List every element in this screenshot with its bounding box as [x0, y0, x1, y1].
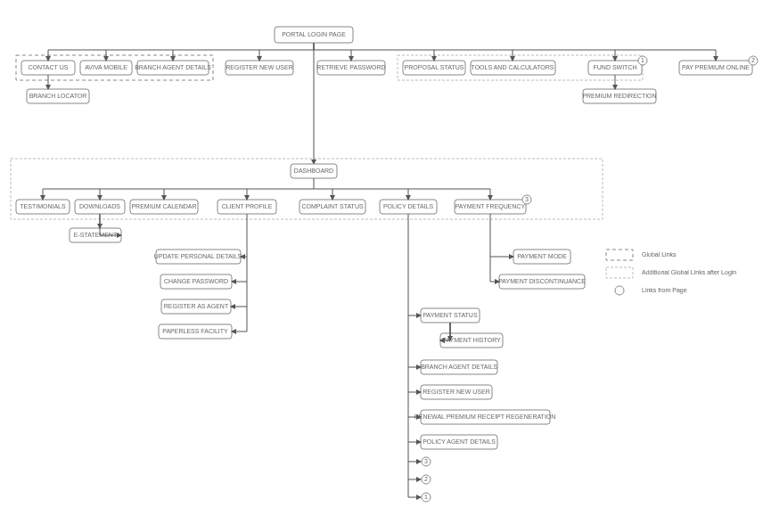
node-payment-status: PAYMENT STATUS [421, 308, 480, 323]
pagelink-1: 1 [422, 493, 431, 502]
svg-text:PROPOSAL STATUS: PROPOSAL STATUS [405, 64, 464, 70]
svg-text:DASHBOARD: DASHBOARD [294, 168, 333, 174]
node-aviva-mobile: AVIVA MOBILE [80, 61, 132, 75]
node-testimonials: TESTIMONIALS [16, 200, 70, 214]
node-register-new-user-2: REGISTER NEW USER [421, 385, 492, 399]
node-retrieve-password: RETRIEVE PASSWORD [316, 61, 385, 75]
svg-text:2: 2 [424, 476, 428, 482]
svg-text:Links from Page: Links from Page [642, 287, 687, 294]
svg-text:Global Links: Global Links [642, 251, 677, 258]
connectors-dashboard [43, 189, 490, 200]
svg-text:PORTAL LOGIN PAGE: PORTAL LOGIN PAGE [282, 31, 346, 37]
svg-text:POLICY DETAILS: POLICY DETAILS [383, 203, 433, 209]
node-register-new-user: REGISTER NEW USER [226, 61, 293, 75]
svg-text:E-STATEMENT: E-STATEMENT [74, 232, 118, 238]
svg-text:3: 3 [424, 458, 428, 464]
node-update-personal: UPDATE PERSONAL DETAILS [154, 250, 242, 264]
svg-text:CHANGE PASSWORD: CHANGE PASSWORD [164, 278, 228, 284]
node-complaint-status: COMPLAINT STATUS [299, 200, 365, 214]
svg-text:PREMIUM CALENDAR: PREMIUM CALENDAR [131, 203, 196, 209]
node-policy-details: POLICY DETAILS [380, 200, 437, 214]
svg-text:PAYMENT DISCONTINUANCE: PAYMENT DISCONTINUANCE [498, 278, 586, 284]
node-premium-calendar: PREMIUM CALENDAR [130, 200, 198, 214]
node-dashboard: DASHBOARD [291, 164, 337, 178]
svg-text:BRANCH AGENT DETAILS: BRANCH AGENT DETAILS [421, 364, 497, 370]
svg-text:CLIENT PROFILE: CLIENT PROFILE [222, 203, 273, 209]
node-fund-switch: FUND SWITCH [588, 61, 642, 75]
svg-text:TOOLS AND CALCULATORS: TOOLS AND CALCULATORS [472, 64, 554, 70]
svg-text:PAPERLESS FACILITY: PAPERLESS FACILITY [162, 328, 228, 334]
svg-text:UPDATE PERSONAL DETAILS: UPDATE PERSONAL DETAILS [154, 253, 242, 259]
svg-text:PAYMENT FREQUENCY: PAYMENT FREQUENCY [455, 203, 526, 210]
node-payment-discontinuance: PAYMENT DISCONTINUANCE [498, 274, 586, 289]
svg-text:AVIVA MOBILE: AVIVA MOBILE [85, 64, 127, 70]
node-branch-agent-details: BRANCH AGENT DETAILS [135, 61, 211, 75]
node-pay-premium-online: PAY PREMIUM ONLINE [679, 61, 752, 75]
node-renewal-receipt: RENEWAL PREMIUM RECEIPT REGENERATION [414, 410, 556, 424]
svg-text:POLICY AGENT DETAILS: POLICY AGENT DETAILS [423, 438, 496, 445]
svg-text:PAY PREMIUM ONLINE: PAY PREMIUM ONLINE [682, 64, 750, 70]
node-proposal-status: PROPOSAL STATUS [403, 61, 465, 75]
svg-text:1: 1 [424, 494, 428, 500]
svg-text:CONTACT US: CONTACT US [29, 64, 69, 70]
svg-text:DOWNLOADS: DOWNLOADS [79, 203, 120, 209]
legend: Global Links Additional Global Links aft… [606, 250, 736, 295]
svg-text:1: 1 [641, 57, 644, 63]
node-register-agent: REGISTER AS AGENT [161, 299, 231, 314]
node-premium-redirection: PREMIUM REDIRECTION [582, 89, 656, 103]
svg-text:PAYMENT STATUS: PAYMENT STATUS [423, 312, 478, 318]
node-policy-agent-details: POLICY AGENT DETAILS [421, 435, 497, 449]
node-client-profile: CLIENT PROFILE [217, 200, 276, 214]
node-tools-calculators: TOOLS AND CALCULATORS [471, 61, 555, 75]
svg-text:RETRIEVE PASSWORD: RETRIEVE PASSWORD [316, 64, 385, 70]
node-branch-agent-details-2: BRANCH AGENT DETAILS [421, 360, 497, 374]
svg-rect-75 [606, 250, 633, 260]
svg-text:PAYMENT HISTORY: PAYMENT HISTORY [442, 337, 501, 343]
node-paperless: PAPERLESS FACILITY [159, 324, 232, 339]
node-change-password: CHANGE PASSWORD [160, 274, 232, 289]
svg-text:REGISTER NEW USER: REGISTER NEW USER [423, 389, 489, 395]
node-payment-frequency: PAYMENT FREQUENCY [455, 200, 526, 214]
svg-text:BRANCH LOCATOR: BRANCH LOCATOR [29, 93, 87, 99]
svg-rect-77 [606, 267, 633, 278]
svg-text:RENEWAL PREMIUM RECEIPT REGENE: RENEWAL PREMIUM RECEIPT REGENERATION [414, 413, 556, 420]
svg-text:TESTIMONIALS: TESTIMONIALS [20, 203, 66, 209]
svg-text:FUND SWITCH: FUND SWITCH [594, 64, 637, 70]
sitemap-diagram: PORTAL LOGIN PAGE CONTACT US AVIVA MOBIL… [0, 0, 763, 532]
svg-text:REGISTER AS AGENT: REGISTER AS AGENT [164, 303, 229, 309]
svg-text:BRANCH AGENT DETAILS: BRANCH AGENT DETAILS [135, 64, 211, 70]
node-payment-mode: PAYMENT MODE [513, 250, 570, 264]
node-branch-locator: BRANCH LOCATOR [27, 89, 89, 103]
pagelink-2: 2 [422, 475, 431, 484]
node-downloads: DOWNLOADS [75, 200, 125, 214]
svg-text:PAYMENT MODE: PAYMENT MODE [517, 253, 567, 259]
node-portal-login: PORTAL LOGIN PAGE [275, 27, 353, 43]
svg-text:Additional Global Links after : Additional Global Links after Login [642, 269, 736, 276]
svg-text:PREMIUM REDIRECTION: PREMIUM REDIRECTION [582, 93, 656, 99]
svg-text:2: 2 [751, 57, 755, 63]
pagelink-3: 3 [422, 457, 431, 466]
svg-text:3: 3 [525, 196, 529, 202]
node-contact-us: CONTACT US [21, 61, 75, 75]
svg-point-79 [615, 286, 624, 295]
svg-text:COMPLAINT STATUS: COMPLAINT STATUS [301, 203, 364, 209]
svg-text:REGISTER NEW USER: REGISTER NEW USER [226, 64, 292, 70]
